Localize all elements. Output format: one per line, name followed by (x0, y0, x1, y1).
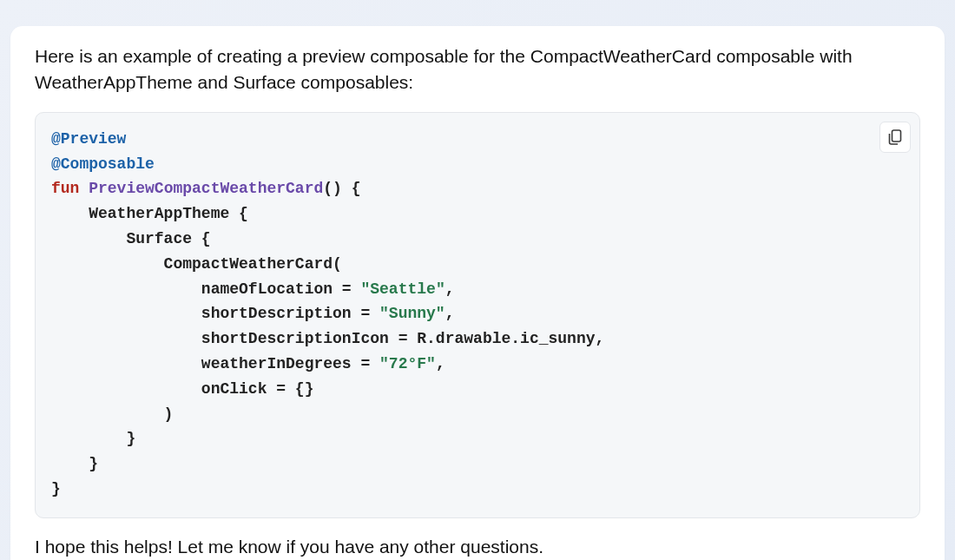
code-token: nameOfLocation = (51, 280, 360, 298)
code-token: WeatherAppTheme { (51, 205, 248, 222)
code-token-annotation: @Composable (51, 155, 155, 173)
code-token: CompactWeatherCard( (51, 255, 342, 273)
code-token-string: "Seattle" (360, 280, 445, 298)
code-token-string: "Sunny" (379, 305, 445, 322)
code-token-function: PreviewCompactWeatherCard (89, 180, 323, 197)
outro-text: I hope this helps! Let me know if you ha… (35, 534, 920, 560)
code-token: , (445, 305, 455, 322)
code-token: } (51, 430, 135, 447)
code-token-annotation: @Preview (51, 130, 126, 148)
intro-text: Here is an example of creating a preview… (35, 43, 920, 96)
code-block: @Preview @Composable fun PreviewCompactW… (35, 112, 920, 518)
code-token-keyword: fun (51, 180, 79, 197)
copy-icon (888, 129, 902, 145)
code-token: weatherInDegrees = (51, 355, 379, 372)
code-token: Surface { (51, 230, 211, 247)
code-token-string: "72°F" (379, 355, 436, 372)
code-token: shortDescription = (51, 305, 379, 322)
code-content: @Preview @Composable fun PreviewCompactW… (51, 127, 904, 502)
copy-button[interactable] (879, 122, 911, 153)
code-token: shortDescriptionIcon = R.drawable.ic_sun… (51, 330, 604, 347)
code-token: onClick = {} (51, 380, 313, 398)
svg-rect-0 (892, 130, 901, 142)
code-token: () { (323, 180, 360, 197)
code-token: } (51, 480, 61, 497)
code-token: , (436, 355, 445, 372)
code-token: ) (51, 405, 173, 423)
code-token: , (445, 280, 455, 298)
code-token: } (51, 455, 98, 472)
message-card: Here is an example of creating a preview… (10, 26, 945, 560)
